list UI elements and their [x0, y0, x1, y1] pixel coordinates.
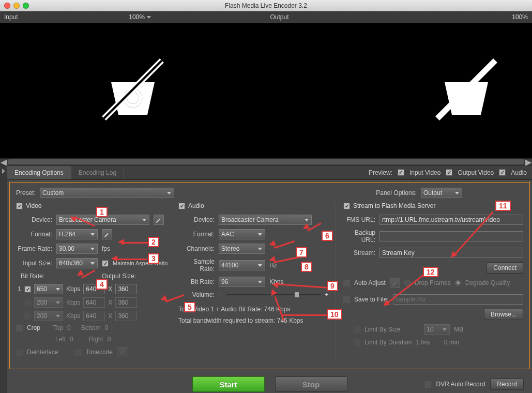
output-zoom[interactable]: 100% — [512, 13, 528, 21]
side-expand[interactable] — [0, 165, 7, 393]
tab-row: Encoding Options Encoding Log Preview: I… — [7, 165, 532, 180]
inputsize-select[interactable]: 640x360 — [56, 258, 98, 268]
input-preview: Input 100% — [0, 11, 266, 158]
panel-options-label: Panel Options: — [376, 189, 417, 196]
backup-url-input[interactable] — [379, 231, 523, 241]
limit-size-value: 10 — [424, 324, 450, 335]
panel-options-select[interactable]: Output — [421, 188, 462, 198]
tab-encoding-log[interactable]: Encoding Log — [71, 166, 124, 179]
stop-button[interactable]: Stop — [275, 376, 347, 392]
audio-bitrate-select[interactable]: 96 — [219, 277, 265, 287]
out-w-2 — [83, 297, 105, 308]
chk-deinterlace[interactable] — [16, 349, 23, 356]
bitrate-2-select[interactable]: 200 — [34, 297, 63, 308]
window-title: Flash Media Live Encoder 3.2 — [0, 2, 532, 9]
audio-samplerate-select[interactable]: 44100 — [219, 260, 265, 270]
chk-aspect-ratio[interactable] — [102, 260, 109, 267]
audio-heading: Audio — [188, 202, 204, 209]
chk-limit-duration — [354, 339, 360, 346]
video-format-settings[interactable] — [102, 229, 112, 239]
preview-scrollbar[interactable]: ◀ ▶ — [0, 158, 532, 165]
bitrate-3-select[interactable]: 200 — [34, 311, 63, 321]
main: Encoding Options Encoding Log Preview: I… — [0, 165, 532, 393]
server-column: Stream to Flash Media Server FMS URL: Ba… — [336, 202, 523, 361]
chk-stream-server[interactable] — [343, 203, 350, 209]
input-zoom[interactable]: 100% — [129, 13, 151, 21]
save-file-input[interactable] — [393, 294, 523, 305]
titlebar: Flash Media Live Encoder 3.2 — [0, 0, 532, 11]
out-w-3 — [83, 311, 105, 321]
audio-channels-select[interactable]: Stereo — [219, 244, 265, 254]
start-button[interactable]: Start — [192, 376, 265, 392]
chk-input-video[interactable] — [398, 169, 404, 176]
out-h-2 — [115, 297, 137, 308]
audio-format-select[interactable]: AAC — [219, 229, 265, 239]
output-preview-body — [266, 23, 533, 158]
record-button[interactable]: Record — [490, 379, 524, 390]
out-h-3 — [115, 311, 137, 321]
timecode-settings — [117, 347, 127, 357]
chk-bitrate-2[interactable] — [24, 299, 31, 306]
bitrate-1-select[interactable]: 650 — [34, 284, 63, 294]
scroll-right-icon[interactable]: ▶ — [525, 158, 532, 165]
chk-auto-adjust[interactable] — [343, 280, 350, 286]
browse-button[interactable]: Browse... — [484, 309, 523, 320]
auto-adjust-settings — [390, 278, 400, 288]
input-label: Input — [4, 13, 18, 21]
video-device-settings[interactable] — [154, 215, 164, 225]
chk-crop[interactable] — [16, 325, 23, 331]
audio-device-select[interactable]: Broadcaster Camera — [219, 215, 312, 225]
chk-save-file[interactable] — [343, 296, 350, 303]
chk-video[interactable] — [16, 203, 23, 209]
chk-limit-size — [354, 326, 360, 333]
chk-audio[interactable] — [499, 169, 506, 176]
input-preview-body — [0, 23, 266, 158]
output-preview: Output 100% — [266, 11, 533, 158]
tab-encoding-options[interactable]: Encoding Options — [7, 166, 71, 179]
encoding-panel: Preset: Custom Panel Options: Output Vid… — [9, 182, 530, 369]
connect-button[interactable]: Connect — [487, 262, 523, 274]
video-format-select[interactable]: H.264 — [56, 229, 98, 239]
no-camera-icon — [296, 53, 503, 128]
preset-label: Preset: — [16, 189, 36, 196]
video-heading: Video — [26, 202, 41, 209]
scrollbar-thumb[interactable] — [8, 159, 524, 164]
preset-select[interactable]: Custom — [40, 188, 174, 198]
total-bitrate-1: Total Video 1 + Audio Bit Rate: 746 Kbps — [178, 306, 290, 313]
output-label: Output — [270, 13, 289, 21]
out-h-1[interactable] — [115, 284, 137, 294]
chk-output-video[interactable] — [446, 169, 452, 176]
chk-bitrate-1[interactable] — [24, 286, 31, 293]
server-heading: Stream to Flash Media Server — [353, 202, 435, 209]
framerate-select[interactable]: 30.00 — [56, 244, 98, 254]
out-w-1[interactable] — [83, 284, 105, 294]
preview-label: Preview: — [369, 169, 392, 176]
bottom-bar: Start Stop DVR Auto Record Record — [7, 371, 532, 393]
chk-audio-enable[interactable] — [178, 203, 185, 209]
chevron-right-icon — [2, 169, 5, 174]
preview-row: Input 100% Output 100% — [0, 11, 532, 158]
radio-degrade — [455, 280, 461, 286]
scroll-left-icon[interactable]: ◀ — [0, 158, 7, 165]
no-camera-icon — [97, 53, 169, 128]
chk-bitrate-3[interactable] — [24, 313, 31, 320]
chk-dvr[interactable] — [424, 381, 431, 388]
chk-timecode[interactable] — [75, 349, 82, 356]
fms-url-input[interactable] — [379, 215, 523, 225]
